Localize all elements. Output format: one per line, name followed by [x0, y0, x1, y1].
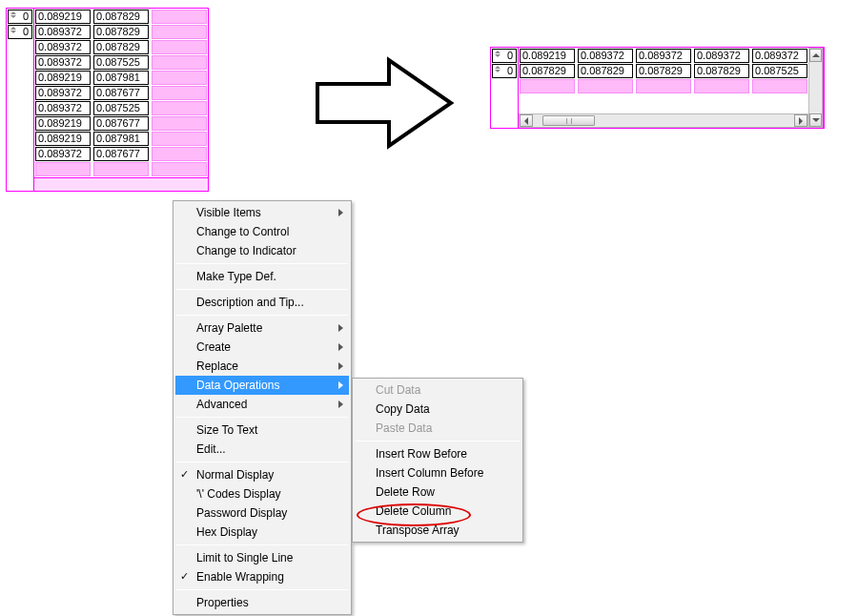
array-cell[interactable]: 0.087981	[93, 71, 149, 85]
menu-item-limit-to-single-line[interactable]: Limit to Single Line	[175, 548, 349, 567]
array-cell[interactable]: 0.087981	[93, 132, 149, 146]
array-cell[interactable]: 0.087829	[93, 10, 149, 24]
array-cell[interactable]	[152, 116, 207, 131]
array-cell[interactable]: 0.087525	[752, 64, 807, 78]
array-cell[interactable]	[636, 79, 691, 93]
array-cell[interactable]: 0.089219	[35, 132, 91, 146]
array-cell[interactable]: 0.089219	[35, 10, 91, 24]
array-cell[interactable]: 0.089372	[752, 49, 807, 63]
menu-item-label: Replace	[196, 359, 238, 373]
scrollbar-track[interactable]	[809, 62, 822, 113]
array-cell[interactable]	[152, 101, 207, 115]
menu-item-advanced[interactable]: Advanced	[175, 395, 349, 414]
array-cell[interactable]: 0.089372	[35, 147, 91, 161]
menu-item-transpose-array[interactable]: Transpose Array	[355, 521, 521, 540]
horizontal-scrollbar[interactable]	[519, 113, 808, 128]
array-cell[interactable]	[578, 79, 633, 93]
scrollbar-thumb[interactable]	[542, 115, 595, 126]
array-cell[interactable]: 0.089219	[35, 116, 91, 131]
array-cell[interactable]: 0.089372	[35, 101, 91, 115]
menu-item-label: Enable Wrapping	[196, 570, 284, 584]
scroll-left-button[interactable]	[520, 114, 533, 127]
index-col-field[interactable]: 0	[492, 64, 517, 78]
array-cell[interactable]	[152, 25, 207, 39]
array-cell[interactable]: 0.089372	[694, 49, 749, 63]
scrollbar-track[interactable]	[533, 114, 794, 127]
array-cell[interactable]: 0.089372	[636, 49, 691, 63]
spinner-icon[interactable]	[495, 66, 500, 72]
array-cell[interactable]: 0.087677	[93, 86, 149, 100]
array-cell[interactable]: 0.087677	[93, 116, 149, 131]
array-cell[interactable]	[93, 162, 149, 176]
menu-item-array-palette[interactable]: Array Palette	[175, 318, 349, 338]
menu-item-copy-data[interactable]: Copy Data	[355, 400, 521, 419]
menu-item-create[interactable]: Create	[175, 338, 349, 357]
menu-item-insert-row-before[interactable]: Insert Row Before	[355, 444, 521, 463]
menu-item-replace[interactable]: Replace	[175, 357, 349, 376]
array-cell[interactable]: 0.087525	[93, 55, 149, 70]
index-row-field[interactable]: 0	[492, 49, 517, 63]
menu-item-hex-display[interactable]: Hex Display	[175, 523, 349, 542]
array-cell[interactable]: 0.087829	[93, 40, 149, 54]
array-cell[interactable]: 0.087829	[578, 64, 633, 78]
index-row-field[interactable]: 0	[8, 10, 32, 24]
array-cell[interactable]	[152, 71, 207, 85]
menu-item-label: Cut Data	[376, 383, 420, 397]
array-cell[interactable]: 0.089372	[35, 86, 91, 100]
array-cell[interactable]: 0.089219	[35, 71, 91, 85]
menu-item-normal-display[interactable]: Normal Display✓	[175, 465, 349, 484]
menu-item-visible-items[interactable]: Visible Items	[175, 203, 349, 222]
array-cell[interactable]: 0.087829	[520, 64, 575, 78]
menu-item-edit[interactable]: Edit...	[175, 440, 349, 459]
spinner-icon[interactable]	[10, 11, 16, 18]
spinner-icon[interactable]	[495, 51, 500, 57]
menu-item-insert-column-before[interactable]: Insert Column Before	[355, 463, 521, 483]
scroll-down-button[interactable]	[809, 113, 822, 127]
array-cell[interactable]: 0.087677	[93, 147, 149, 161]
menu-item-change-to-indicator[interactable]: Change to Indicator	[175, 241, 349, 260]
array-cell[interactable]: 0.089219	[520, 49, 575, 63]
array-cell[interactable]	[152, 40, 207, 54]
array-cell[interactable]: 0.089372	[578, 49, 633, 63]
array-cell[interactable]: 0.089372	[35, 40, 91, 54]
vertical-scrollbar[interactable]	[808, 48, 823, 128]
menu-item-data-operations[interactable]: Data Operations	[175, 376, 349, 395]
left-array-cells: 0.0892190.0878290.0893720.0878290.089372…	[34, 9, 208, 177]
left-array-control[interactable]: 0 0 0.0892190.0878290.0893720.0878290.08…	[6, 8, 209, 192]
array-cell[interactable]	[752, 79, 807, 93]
array-cell[interactable]	[152, 132, 207, 146]
menu-item-change-to-control[interactable]: Change to Control	[175, 222, 349, 241]
menu-item-delete-column[interactable]: Delete Column	[355, 502, 521, 521]
scroll-right-button[interactable]	[794, 114, 807, 127]
array-cell[interactable]	[35, 162, 91, 176]
menu-item-codes-display[interactable]: '\' Codes Display	[175, 484, 349, 503]
menu-item-description-and-tip[interactable]: Description and Tip...	[175, 293, 349, 312]
menu-item-password-display[interactable]: Password Display	[175, 503, 349, 523]
array-cell[interactable]	[152, 86, 207, 100]
context-menu[interactable]: Visible ItemsChange to ControlChange to …	[173, 200, 352, 615]
menu-item-delete-row[interactable]: Delete Row	[355, 483, 521, 502]
scroll-up-button[interactable]	[809, 49, 822, 62]
data-operations-submenu[interactable]: Cut DataCopy DataPaste DataInsert Row Be…	[352, 378, 523, 543]
menu-item-make-type-def[interactable]: Make Type Def.	[175, 267, 349, 286]
array-cell[interactable]: 0.087525	[93, 101, 149, 115]
menu-item-size-to-text[interactable]: Size To Text	[175, 421, 349, 440]
menu-item-enable-wrapping[interactable]: Enable Wrapping✓	[175, 567, 349, 586]
array-cell[interactable]	[520, 79, 575, 93]
array-cell[interactable]: 0.087829	[93, 25, 149, 39]
spinner-icon[interactable]	[10, 27, 16, 33]
array-cell[interactable]	[152, 55, 207, 70]
array-cell[interactable]	[152, 162, 207, 176]
right-array-control[interactable]: 0 0 0.0892190.0893720.0893720.0893720.08…	[490, 47, 825, 129]
array-cell[interactable]: 0.089372	[35, 55, 91, 70]
menu-item-properties[interactable]: Properties	[175, 593, 349, 612]
array-cell[interactable]	[152, 10, 207, 24]
menu-item-label: Data Operations	[196, 379, 279, 392]
table-row	[520, 79, 807, 93]
index-col-field[interactable]: 0	[8, 25, 32, 39]
array-cell[interactable]	[694, 79, 749, 93]
array-cell[interactable]: 0.087829	[636, 64, 691, 78]
array-cell[interactable]	[152, 147, 207, 161]
array-cell[interactable]: 0.087829	[694, 64, 749, 78]
array-cell[interactable]: 0.089372	[35, 25, 91, 39]
